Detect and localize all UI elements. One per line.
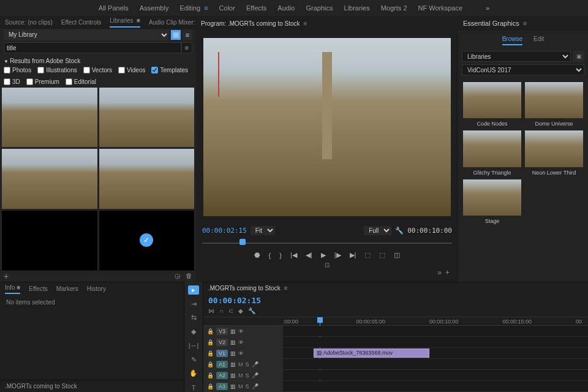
- stock-thumb[interactable]: [2, 211, 97, 270]
- export-frame-icon[interactable]: ◫: [394, 251, 400, 259]
- button-editor-icon[interactable]: +: [445, 268, 450, 277]
- track-header-a1[interactable]: 🔒A1▥MS🎤: [203, 359, 283, 369]
- library-select[interactable]: My Library: [4, 29, 169, 40]
- list-view-icon[interactable]: ≡: [183, 30, 192, 40]
- workspace-graphics[interactable]: Graphics: [306, 4, 333, 12]
- type-tool-icon[interactable]: T: [188, 383, 199, 392]
- stock-thumb[interactable]: [99, 88, 195, 147]
- stock-thumb[interactable]: ✓: [99, 211, 195, 270]
- tab-browse[interactable]: Browse: [502, 36, 522, 45]
- tab-effects[interactable]: Effects: [29, 285, 47, 292]
- program-panel-header: Program: .MOGRTs coming to Stock ≡: [196, 16, 458, 31]
- step-forward-icon[interactable]: |▶: [334, 251, 341, 259]
- add-folder-icon[interactable]: ▣: [573, 51, 584, 62]
- workspace-color[interactable]: Color: [219, 4, 235, 12]
- filter-photos[interactable]: Photos: [4, 67, 31, 74]
- track-header-a3[interactable]: 🔒A3▥MS🎤: [203, 381, 283, 391]
- panel-menu-icon[interactable]: ≡: [304, 20, 307, 27]
- filter-premium[interactable]: Premium: [26, 78, 59, 85]
- track-header-v2[interactable]: 🔒V2▥👁: [203, 337, 283, 347]
- lift-icon[interactable]: ⬚: [364, 251, 371, 259]
- playhead-icon[interactable]: [239, 239, 246, 245]
- track-header-v1[interactable]: 🔒V1▥👁: [203, 348, 283, 358]
- snap-icon[interactable]: ⋈: [208, 307, 214, 314]
- filter-templates[interactable]: Templates: [151, 67, 188, 74]
- grid-view-icon[interactable]: ▦: [171, 30, 181, 40]
- track-header-v3[interactable]: 🔒V3▥👁: [203, 326, 283, 336]
- workspace-editing[interactable]: Editing ≡: [179, 4, 208, 12]
- search-input[interactable]: [4, 42, 181, 53]
- settings-icon[interactable]: 🔧: [395, 227, 404, 235]
- add-button[interactable]: +: [4, 271, 9, 281]
- timeline-clip[interactable]: ▥ AdobeStock_78363568.mov: [314, 349, 429, 358]
- program-timecode[interactable]: 00:00:02:15: [202, 227, 247, 235]
- settings-icon[interactable]: 🔧: [248, 307, 255, 314]
- workspace-mogrts2[interactable]: Mogrts 2: [381, 4, 407, 12]
- slip-tool-icon[interactable]: |↔|: [188, 341, 199, 350]
- workspace-assembly[interactable]: Assembly: [140, 4, 169, 12]
- step-back-icon[interactable]: ◀|: [306, 251, 312, 259]
- stock-thumb[interactable]: [99, 149, 195, 208]
- linked-selection-icon[interactable]: ⊂: [228, 307, 233, 314]
- tab-effect-controls[interactable]: Effect Controls: [61, 19, 101, 26]
- mark-in-icon[interactable]: ⬣: [254, 251, 260, 259]
- razor-tool-icon[interactable]: ◆: [188, 327, 199, 336]
- go-to-in-icon[interactable]: |◀: [290, 251, 297, 259]
- track-header-a2[interactable]: 🔒A2▥MS🎤: [203, 370, 283, 380]
- mark-in-icon[interactable]: {: [269, 252, 271, 259]
- eg-item-glitchy-triangle[interactable]: Glitchy Triangle: [463, 130, 521, 175]
- essential-graphics-header: Essential Graphics ≡: [458, 16, 588, 31]
- filter-vectors[interactable]: Vectors: [83, 67, 112, 74]
- mark-out-icon[interactable]: }: [279, 252, 282, 259]
- workspace-nf[interactable]: NF Workspace: [418, 4, 463, 12]
- tab-source[interactable]: Source: (no clips): [5, 19, 53, 26]
- workspace-effects[interactable]: Effects: [246, 4, 266, 12]
- timeline-ruler[interactable]: :00:00 00:00:05:00 00:00:10:00 00:00:15:…: [203, 317, 588, 326]
- pen-tool-icon[interactable]: ✎: [188, 355, 199, 364]
- stock-thumb[interactable]: [2, 149, 97, 208]
- eg-item-dome-universe[interactable]: Dome Universe: [525, 82, 583, 127]
- filter-3d[interactable]: 3D: [4, 78, 20, 85]
- search-clear-icon[interactable]: ⊗: [181, 42, 192, 53]
- workspace-libraries[interactable]: Libraries: [344, 4, 370, 12]
- magnet-icon[interactable]: ∩: [219, 307, 224, 314]
- hand-tool-icon[interactable]: ✋: [188, 369, 199, 379]
- ripple-edit-tool-icon[interactable]: ⇆: [188, 314, 199, 323]
- marker-icon[interactable]: ◆: [238, 307, 243, 314]
- workspace-all-panels[interactable]: All Panels: [99, 4, 129, 12]
- tab-history[interactable]: History: [87, 285, 106, 292]
- tab-info[interactable]: Info ≡: [5, 284, 20, 294]
- tab-audio-clip-mixer[interactable]: Audio Clip Mixer:: [149, 19, 195, 26]
- sync-icon[interactable]: ◶: [175, 272, 181, 280]
- timeline-timecode[interactable]: 00:00:02:15: [208, 296, 261, 305]
- stock-thumb[interactable]: [2, 88, 97, 147]
- filter-illustrations[interactable]: Illustrations: [37, 67, 77, 74]
- eg-item-stage[interactable]: Stage: [463, 179, 521, 224]
- eg-libraries-select[interactable]: Libraries: [462, 51, 571, 62]
- workspace-audio[interactable]: Audio: [277, 4, 295, 12]
- panel-menu-icon[interactable]: ≡: [284, 285, 288, 292]
- tab-libraries[interactable]: Libraries ≡: [110, 17, 140, 28]
- eg-sublibrary-select[interactable]: VidConUS 2017: [462, 64, 584, 75]
- workspace-overflow-icon[interactable]: »: [486, 4, 489, 12]
- eg-item-code-nodes[interactable]: Code Nodes: [463, 82, 521, 127]
- overflow-icon[interactable]: »: [437, 268, 442, 277]
- filter-editorial[interactable]: Editorial: [66, 78, 96, 85]
- program-scrubber[interactable]: [202, 238, 452, 249]
- trash-icon[interactable]: 🗑: [186, 272, 192, 280]
- go-to-out-icon[interactable]: ▶|: [350, 251, 356, 259]
- tab-edit[interactable]: Edit: [533, 36, 544, 45]
- panel-menu-icon[interactable]: ≡: [523, 20, 527, 27]
- tab-markers[interactable]: Markers: [56, 285, 78, 292]
- resolution-select[interactable]: Full: [364, 226, 391, 235]
- safe-margins-icon[interactable]: ⊡: [202, 262, 452, 268]
- program-monitor[interactable]: [196, 31, 458, 224]
- filter-videos[interactable]: Videos: [118, 67, 145, 74]
- stock-results-header[interactable]: Results from Adobe Stock: [0, 55, 196, 67]
- eg-item-neon-lower-third[interactable]: Neon Lower Third: [525, 130, 583, 175]
- selection-tool-icon[interactable]: ▸: [188, 285, 199, 295]
- track-select-tool-icon[interactable]: ⇥: [188, 300, 199, 309]
- play-icon[interactable]: ▶: [321, 251, 326, 259]
- extract-icon[interactable]: ⬚: [379, 251, 385, 259]
- zoom-fit-select[interactable]: Fit: [251, 226, 275, 235]
